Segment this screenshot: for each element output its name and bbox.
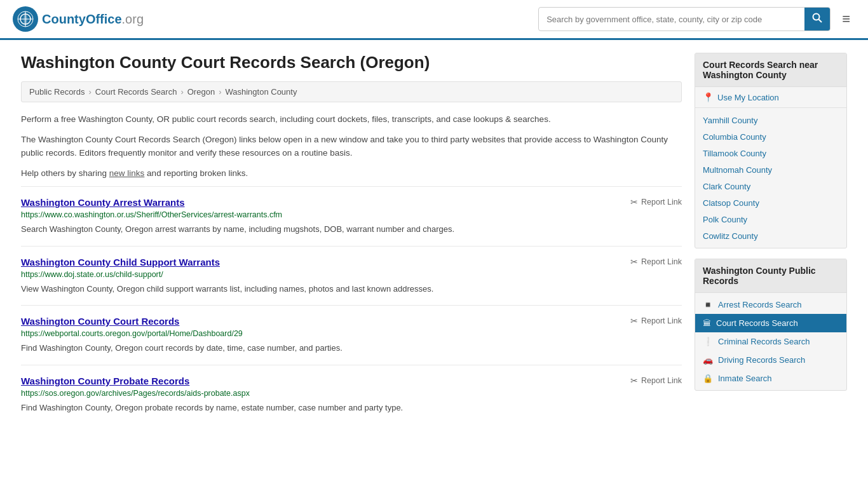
nearby-county-6[interactable]: Polk County (695, 211, 846, 227)
logo-icon (13, 6, 38, 32)
search-icon (812, 13, 822, 23)
nearby-county-2[interactable]: Tillamook County (695, 145, 846, 161)
svg-line-5 (819, 20, 822, 23)
breadcrumb-oregon[interactable]: Oregon (187, 87, 215, 97)
record-url-3[interactable]: https://sos.oregon.gov/archives/Pages/re… (21, 389, 682, 398)
pub-rec-item-2[interactable]: ❕ Criminal Records Search (695, 332, 846, 351)
public-records-section: Washington County Public Records ◾ Arres… (695, 259, 847, 391)
record-entry-2: Washington County Court Records ✂ Report… (21, 305, 682, 365)
public-records-title: Washington County Public Records (695, 259, 846, 293)
nearby-county-0[interactable]: Yamhill County (695, 112, 846, 128)
nearby-county-3[interactable]: Multnomah County (695, 161, 846, 178)
description-3: Help others by sharing new links and rep… (21, 166, 682, 180)
sidebar: Court Records Search near Washington Cou… (695, 53, 847, 424)
nearby-title: Court Records Search near Washington Cou… (695, 53, 846, 87)
record-title-1[interactable]: Washington County Child Support Warrants (21, 257, 220, 268)
record-url-2[interactable]: https://webportal.courts.oregon.gov/port… (21, 329, 682, 338)
location-pin-icon: 📍 (703, 92, 714, 102)
pub-rec-item-3[interactable]: 🚗 Driving Records Search (695, 351, 846, 369)
record-entry-0: Washington County Arrest Warrants ✂ Repo… (21, 186, 682, 246)
new-links-link[interactable]: new links (109, 168, 145, 178)
record-url-1[interactable]: https://www.doj.state.or.us/child-suppor… (21, 270, 682, 279)
use-my-location-link[interactable]: Use My Location (717, 93, 779, 102)
report-link-2[interactable]: ✂ Report Link (630, 316, 682, 326)
page-title: Washington County Court Records Search (… (21, 53, 682, 72)
description-1: Perform a free Washington County, OR pub… (21, 112, 682, 126)
court-icon: 🏛 (703, 318, 711, 328)
record-entry-1: Washington County Child Support Warrants… (21, 246, 682, 306)
record-desc-1: View Washington County, Oregon child sup… (21, 283, 682, 295)
pub-rec-item-4[interactable]: 🔒 Inmate Search (695, 369, 846, 388)
content-area: Washington County Court Records Search (… (21, 53, 682, 424)
nearby-county-7[interactable]: Cowlitz County (695, 227, 846, 244)
report-icon-0: ✂ (630, 197, 638, 207)
inmate-icon: 🔒 (703, 374, 713, 383)
pub-rec-item-1[interactable]: 🏛 Court Records Search (695, 314, 846, 332)
record-title-3[interactable]: Washington County Probate Records (21, 376, 189, 386)
record-desc-3: Find Washington County, Oregon probate r… (21, 402, 682, 414)
report-icon-2: ✂ (630, 316, 638, 326)
record-desc-0: Search Washington County, Oregon arrest … (21, 223, 682, 236)
records-list: Washington County Arrest Warrants ✂ Repo… (21, 186, 682, 424)
nearby-counties-list: Yamhill County Columbia County Tillamook… (695, 108, 846, 248)
driving-icon: 🚗 (703, 355, 713, 365)
record-url-0[interactable]: https://www.co.washington.or.us/Sheriff/… (21, 210, 682, 219)
pub-rec-item-0[interactable]: ◾ Arrest Records Search (695, 295, 846, 314)
search-button[interactable] (804, 8, 830, 30)
nearby-county-4[interactable]: Clark County (695, 178, 846, 194)
breadcrumb: Public Records › Court Records Search › … (21, 81, 682, 102)
search-input[interactable] (539, 10, 804, 29)
breadcrumb-public-records[interactable]: Public Records (29, 87, 85, 97)
use-my-location-item[interactable]: 📍 Use My Location (695, 87, 846, 108)
search-bar (538, 7, 831, 31)
record-title-0[interactable]: Washington County Arrest Warrants (21, 197, 185, 208)
record-desc-2: Find Washington County, Oregon court rec… (21, 342, 682, 355)
site-header: CountyOffice.org ≡ (0, 0, 868, 40)
logo-area: CountyOffice.org (13, 6, 144, 32)
record-entry-3: Washington County Probate Records ✂ Repo… (21, 365, 682, 424)
report-link-0[interactable]: ✂ Report Link (630, 197, 682, 207)
svg-point-4 (813, 14, 820, 20)
menu-icon[interactable]: ≡ (837, 8, 855, 30)
nearby-county-1[interactable]: Columbia County (695, 128, 846, 145)
nearby-section: Court Records Search near Washington Cou… (695, 53, 847, 248)
logo-text: CountyOffice.org (42, 12, 144, 27)
breadcrumb-court-records[interactable]: Court Records Search (95, 87, 177, 97)
public-records-list: ◾ Arrest Records Search 🏛 Court Records … (695, 293, 846, 390)
report-icon-3: ✂ (630, 376, 638, 386)
nearby-county-5[interactable]: Clatsop County (695, 194, 846, 211)
main-container: Washington County Court Records Search (… (8, 40, 860, 437)
record-title-2[interactable]: Washington County Court Records (21, 316, 179, 327)
header-right: ≡ (538, 7, 855, 31)
arrest-icon: ◾ (703, 300, 713, 309)
criminal-icon: ❕ (703, 337, 713, 346)
description-2: The Washington County Court Records Sear… (21, 133, 682, 160)
report-link-3[interactable]: ✂ Report Link (630, 376, 682, 386)
breadcrumb-washington-county[interactable]: Washington County (225, 87, 297, 97)
report-link-1[interactable]: ✂ Report Link (630, 257, 682, 267)
report-icon-1: ✂ (630, 257, 638, 267)
